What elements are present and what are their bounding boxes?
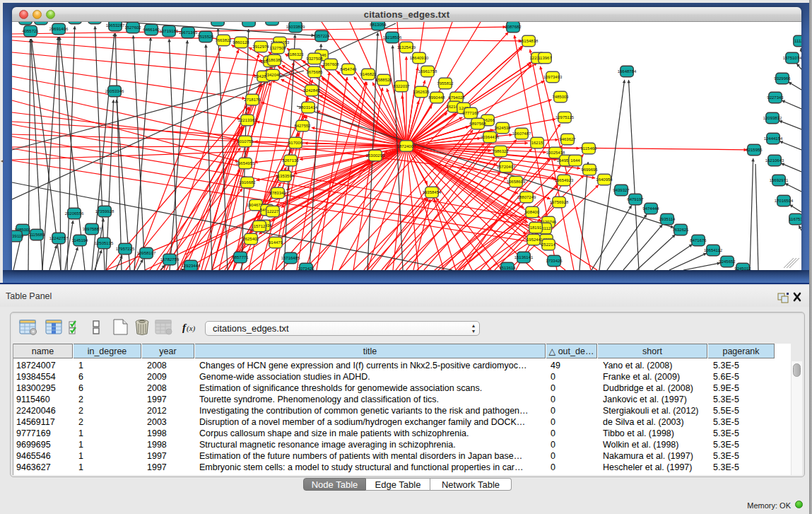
svg-text:1733426: 1733426	[546, 259, 563, 263]
svg-text:6794028: 6794028	[448, 95, 465, 100]
svg-text:9146821: 9146821	[360, 72, 377, 76]
svg-text:1916682: 1916682	[239, 180, 256, 185]
svg-text:12444154: 12444154	[764, 136, 783, 141]
svg-text:8215955: 8215955	[746, 148, 763, 152]
svg-text:11123: 11123	[794, 39, 801, 43]
svg-text:7632621: 7632621	[672, 228, 689, 232]
svg-text:10654112: 10654112	[704, 248, 723, 252]
svg-text:(x): (x)	[187, 324, 196, 333]
svg-text:9227343: 9227343	[767, 95, 784, 100]
svg-text:19654955: 19654955	[236, 161, 255, 165]
svg-text:113967: 113967	[538, 56, 552, 60]
svg-text:16033809: 16033809	[286, 25, 305, 29]
svg-text:1073426: 1073426	[298, 267, 314, 270]
svg-text:19654923: 19654923	[555, 178, 574, 182]
svg-text:10671365: 10671365	[179, 30, 198, 35]
svg-text:116753: 116753	[789, 217, 801, 221]
svg-text:7515526: 7515526	[197, 35, 214, 39]
svg-text:30975887: 30975887	[83, 227, 102, 231]
svg-text:28031414: 28031414	[299, 105, 318, 110]
svg-text:9857771: 9857771	[232, 255, 249, 259]
svg-text:9245012: 9245012	[734, 267, 751, 270]
svg-text:9474444: 9474444	[642, 206, 659, 211]
svg-text:16782759: 16782759	[160, 257, 180, 262]
svg-text:914479: 914479	[269, 240, 283, 245]
svg-text:195244: 195244	[526, 238, 541, 242]
svg-text:2342046: 2342046	[264, 73, 281, 77]
svg-text:15692971: 15692971	[770, 178, 789, 182]
svg-text:19358454: 19358454	[423, 190, 442, 194]
svg-text:1513614: 1513614	[499, 266, 516, 270]
svg-text:12505135: 12505135	[95, 241, 114, 245]
svg-text:3624534: 3624534	[494, 126, 511, 130]
svg-text:252214: 252214	[541, 243, 556, 247]
svg-text:10658609: 10658609	[507, 180, 526, 184]
svg-text:18807249: 18807249	[517, 195, 536, 199]
svg-text:8427552: 8427552	[294, 124, 311, 128]
svg-text:15720407: 15720407	[497, 165, 516, 169]
svg-text:6897568: 6897568	[469, 122, 486, 126]
svg-text:19218506: 19218506	[383, 35, 402, 40]
svg-text:20364436: 20364436	[481, 135, 500, 139]
svg-text:10025438: 10025438	[546, 151, 565, 155]
svg-text:1939119: 1939119	[12, 234, 24, 238]
svg-text:9463627: 9463627	[559, 137, 576, 141]
svg-text:11353594: 11353594	[276, 174, 295, 178]
svg-text:7625402: 7625402	[242, 237, 259, 241]
svg-text:20206556: 20206556	[65, 211, 84, 216]
svg-text:917006: 917006	[288, 141, 303, 145]
svg-text:10719185: 10719185	[160, 29, 179, 33]
svg-text:19756928: 19756928	[550, 200, 569, 204]
svg-text:8186323: 8186323	[287, 52, 304, 57]
svg-text:1010755: 1010755	[237, 139, 254, 144]
svg-text:15716485: 15716485	[281, 256, 300, 260]
svg-text:1527602: 1527602	[124, 25, 141, 30]
svg-text:15712: 15712	[254, 224, 266, 228]
svg-text:12975115: 12975115	[555, 115, 575, 119]
svg-text:6466140: 6466140	[143, 28, 160, 32]
svg-text:9860128: 9860128	[233, 40, 249, 45]
svg-text:8813054: 8813054	[370, 23, 387, 27]
svg-text:8990448: 8990448	[428, 95, 445, 100]
svg-text:10607487: 10607487	[512, 132, 531, 136]
svg-text:20691406: 20691406	[49, 27, 69, 31]
svg-text:18191: 18191	[530, 226, 542, 230]
svg-text:2935114: 2935114	[659, 217, 676, 221]
svg-text:12242757: 12242757	[49, 236, 69, 240]
svg-text:1362635: 1362635	[413, 90, 430, 94]
svg-text:1327509: 1327509	[269, 46, 286, 50]
svg-text:10973493: 10973493	[543, 75, 563, 79]
svg-text:25300293: 25300293	[366, 153, 385, 158]
svg-text:8322037: 8322037	[393, 84, 410, 88]
svg-text:3675685: 3675685	[306, 70, 323, 74]
svg-text:6479197: 6479197	[627, 197, 644, 201]
svg-text:17957225: 17957225	[116, 247, 135, 251]
svg-text:16210643: 16210643	[765, 158, 784, 163]
svg-text:16961758: 16961758	[418, 69, 437, 74]
svg-text:7663822: 7663822	[215, 38, 232, 42]
svg-text:2367608: 2367608	[322, 62, 339, 66]
svg-text:17016504: 17016504	[775, 199, 794, 203]
svg-text:16154838: 16154838	[519, 39, 539, 43]
svg-text:8267130: 8267130	[282, 158, 299, 163]
svg-text:8186382: 8186382	[266, 58, 283, 62]
svg-text:7986322: 7986322	[492, 149, 509, 153]
svg-text:10653287: 10653287	[106, 23, 125, 28]
svg-text:12227: 12227	[267, 209, 279, 214]
svg-text:12923448: 12923448	[182, 264, 201, 268]
svg-text:9329966: 9329966	[774, 76, 791, 81]
svg-text:9777169: 9777169	[462, 111, 479, 115]
svg-text:17359928: 17359928	[95, 209, 114, 214]
svg-text:18640910: 18640910	[410, 56, 429, 60]
svg-text:11325419: 11325419	[397, 45, 416, 49]
svg-text:2087682: 2087682	[505, 25, 522, 29]
svg-text:8783342: 8783342	[269, 191, 286, 195]
svg-text:18724007: 18724007	[397, 144, 416, 148]
svg-text:9439327: 9439327	[613, 188, 630, 192]
svg-text:1115689: 1115689	[29, 233, 45, 237]
svg-text:8471676: 8471676	[690, 238, 707, 243]
svg-text:12093832: 12093832	[763, 116, 782, 120]
svg-text:908400: 908400	[525, 210, 540, 214]
svg-text:1640954: 1640954	[596, 177, 613, 182]
svg-text:3912974: 3912974	[252, 45, 269, 49]
